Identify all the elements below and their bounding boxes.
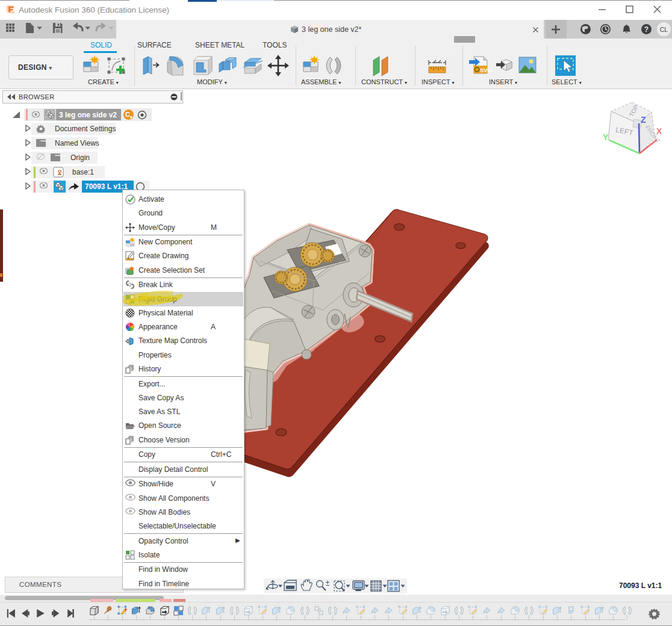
- svg-text:Y: Y: [603, 132, 609, 142]
- svg-text:Z: Z: [641, 115, 646, 125]
- svg-text:?: ?: [644, 25, 649, 34]
- svg-text:X: X: [656, 126, 662, 136]
- svg-text:SVG: SVG: [480, 67, 492, 73]
